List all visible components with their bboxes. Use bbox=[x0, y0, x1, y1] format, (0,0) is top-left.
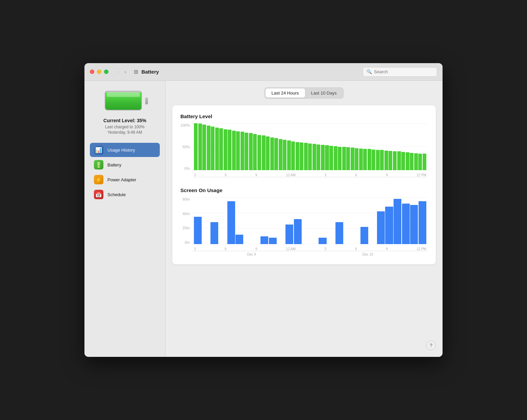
charts-container: Battery Level 100% 50% 0% bbox=[172, 105, 436, 264]
screen-bar bbox=[394, 199, 401, 244]
battery-bar bbox=[406, 152, 409, 170]
sidebar-item-label-schedule: Schedule bbox=[107, 192, 126, 197]
battery-bar bbox=[384, 151, 388, 170]
battery-bar bbox=[304, 143, 308, 170]
toggle-last-24-hours[interactable]: Last 24 Hours bbox=[266, 88, 305, 98]
battery-bar bbox=[346, 147, 350, 170]
battery-bar bbox=[266, 136, 270, 170]
y-label-0: 0% bbox=[184, 166, 190, 170]
battery-bar bbox=[312, 144, 316, 170]
content-area: Current Level: 35% Last charged to 100% … bbox=[84, 81, 443, 357]
traffic-lights bbox=[90, 70, 108, 74]
battery-icon: 🔋 bbox=[94, 160, 103, 169]
battery-bar bbox=[308, 143, 312, 170]
sidebar-item-schedule[interactable]: 📅 Schedule bbox=[90, 187, 160, 202]
main-panel: Last 24 Hours Last 10 Days Battery Level… bbox=[166, 81, 443, 357]
battery-bar bbox=[274, 138, 278, 170]
battery-bar bbox=[253, 134, 257, 170]
toggle-last-10-days[interactable]: Last 10 Days bbox=[305, 88, 343, 98]
screen-bars bbox=[193, 197, 428, 244]
battery-bar bbox=[194, 123, 198, 170]
battery-bar bbox=[215, 128, 219, 170]
battery-bar bbox=[207, 126, 210, 170]
date-dec9: Dec 9 bbox=[247, 253, 256, 256]
battery-body bbox=[105, 91, 142, 110]
screen-bar bbox=[285, 225, 293, 244]
search-input[interactable] bbox=[374, 69, 433, 74]
screen-bar bbox=[227, 201, 235, 244]
x-label-12am: 12 AM bbox=[286, 173, 296, 177]
battery-x-axis: 3 6 9 12 AM 3 6 9 12 PM bbox=[193, 170, 428, 177]
battery-bar bbox=[368, 149, 371, 170]
minimize-button[interactable] bbox=[97, 70, 101, 74]
battery-bar bbox=[219, 128, 223, 170]
battery-bar bbox=[228, 130, 231, 170]
battery-chart-body: 3 6 9 12 AM 3 6 9 12 PM bbox=[193, 123, 428, 177]
battery-bars bbox=[193, 123, 428, 170]
screen-x-9a: 9 bbox=[255, 247, 257, 251]
window-title: Battery bbox=[142, 69, 159, 75]
current-level-label: Current Level: 35% bbox=[103, 118, 146, 123]
sidebar-item-power-adapter[interactable]: ⚡ Power Adapter bbox=[90, 173, 160, 187]
battery-bar bbox=[287, 140, 291, 170]
close-button[interactable] bbox=[90, 70, 94, 74]
y-label-0m: 0m bbox=[185, 240, 190, 244]
search-icon: 🔍 bbox=[367, 69, 372, 74]
grid-icon[interactable]: ⊞ bbox=[134, 69, 138, 75]
battery-info: Current Level: 35% Last charged to 100% … bbox=[103, 118, 146, 135]
battery-bar bbox=[245, 133, 248, 170]
battery-bar bbox=[359, 149, 363, 170]
battery-bar bbox=[372, 150, 375, 170]
battery-bar bbox=[329, 146, 333, 170]
time-toggle: Last 24 Hours Last 10 Days bbox=[265, 87, 344, 99]
usage-history-icon: 📊 bbox=[94, 145, 103, 155]
battery-bar bbox=[270, 137, 274, 170]
screen-bar bbox=[235, 235, 243, 244]
main-window: ‹ › ⊞ Battery 🔍 bbox=[84, 63, 443, 357]
screen-bar bbox=[294, 219, 302, 244]
sidebar-item-battery[interactable]: 🔋 Battery bbox=[90, 158, 160, 172]
y-label-60m: 60m bbox=[183, 197, 190, 201]
sidebar: Current Level: 35% Last charged to 100% … bbox=[84, 81, 166, 357]
battery-bar bbox=[283, 140, 286, 170]
x-label-3b: 3 bbox=[324, 173, 326, 177]
battery-terminal bbox=[145, 98, 148, 104]
battery-bar bbox=[418, 154, 422, 170]
screen-bar bbox=[377, 211, 385, 244]
y-label-50: 50% bbox=[182, 145, 190, 149]
battery-bar bbox=[300, 142, 303, 170]
screen-x-axis: 3 6 9 12 AM 3 6 9 12 PM bbox=[193, 244, 428, 251]
screen-bar bbox=[269, 238, 277, 244]
battery-bar bbox=[380, 150, 384, 170]
screen-bar bbox=[419, 201, 426, 244]
x-label-3a: 3 bbox=[194, 173, 196, 177]
battery-bar bbox=[355, 148, 358, 170]
battery-bar bbox=[321, 145, 325, 170]
schedule-icon: 📅 bbox=[94, 190, 103, 199]
screen-x-12pm: 12 PM bbox=[417, 247, 426, 251]
battery-bar bbox=[291, 141, 295, 170]
sidebar-item-usage-history[interactable]: 📊 Usage History bbox=[90, 143, 160, 157]
battery-level-title: Battery Level bbox=[180, 113, 428, 119]
screen-x-3b: 3 bbox=[324, 247, 326, 251]
forward-button[interactable]: › bbox=[122, 68, 128, 76]
maximize-button[interactable] bbox=[104, 70, 108, 74]
nav-buttons: ‹ › bbox=[115, 68, 128, 76]
battery-bar bbox=[211, 127, 215, 170]
battery-bar bbox=[232, 131, 236, 170]
screen-on-chart: Screen On Usage 60m 40m 20m 0m bbox=[180, 187, 428, 256]
search-bar[interactable]: 🔍 bbox=[363, 67, 437, 77]
screen-bar bbox=[194, 217, 202, 244]
screen-chart-body: 3 6 9 12 AM 3 6 9 12 PM bbox=[193, 197, 428, 251]
screen-bar bbox=[410, 205, 418, 244]
battery-level-chart: Battery Level 100% 50% 0% bbox=[180, 113, 428, 177]
battery-bar bbox=[279, 139, 282, 170]
x-label-6b: 6 bbox=[355, 173, 357, 177]
screen-bar bbox=[360, 227, 368, 244]
y-label-40m: 40m bbox=[183, 212, 190, 216]
battery-bar bbox=[296, 142, 299, 170]
screen-bar bbox=[260, 236, 268, 244]
back-button[interactable]: ‹ bbox=[115, 68, 121, 76]
x-label-9b: 9 bbox=[386, 173, 388, 177]
help-button[interactable]: ? bbox=[426, 341, 436, 350]
